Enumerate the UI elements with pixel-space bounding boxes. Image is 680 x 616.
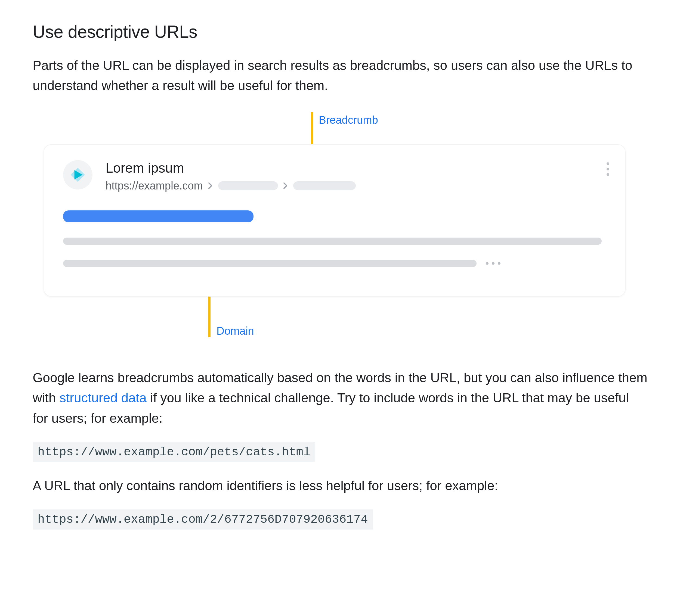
result-meta: Lorem ipsum https://example.com <box>106 160 356 192</box>
result-title-placeholder <box>63 210 254 223</box>
intro-paragraph: Parts of the URL can be displayed in sea… <box>33 55 647 96</box>
structured-data-link[interactable]: structured data <box>60 391 147 405</box>
breadcrumb-callout-label: Breadcrumb <box>319 114 378 126</box>
site-favicon <box>63 160 92 189</box>
domain-text: https://example.com <box>106 180 203 192</box>
play-icon <box>69 166 86 183</box>
result-snippet-row <box>63 260 606 267</box>
chevron-right-icon <box>208 182 213 189</box>
article-section: Use descriptive URLs Parts of the URL ca… <box>0 0 680 570</box>
serp-diagram: Breadcrumb Domain Lorem ipsum https://ex… <box>44 112 628 338</box>
domain-callout-label: Domain <box>217 325 254 337</box>
chevron-right-icon <box>283 182 288 189</box>
bad-url-example: https://www.example.com/2/6772756D707920… <box>33 509 373 530</box>
paragraph-2: Google learns breadcrumbs automatically … <box>33 368 647 429</box>
result-header: Lorem ipsum https://example.com <box>63 160 606 192</box>
result-snippet-line <box>63 260 477 267</box>
search-result-card: Lorem ipsum https://example.com <box>44 144 626 297</box>
paragraph-3: A URL that only contains random identifi… <box>33 476 647 496</box>
breadcrumb-segment-placeholder <box>293 181 356 190</box>
section-heading: Use descriptive URLs <box>33 22 647 42</box>
site-name: Lorem ipsum <box>106 160 356 176</box>
result-snippet-line <box>63 238 602 245</box>
more-options-icon[interactable] <box>606 162 609 176</box>
breadcrumb-segment-placeholder <box>218 181 278 190</box>
ellipsis-icon <box>486 262 501 265</box>
breadcrumb: https://example.com <box>106 180 356 192</box>
good-url-example: https://www.example.com/pets/cats.html <box>33 442 315 462</box>
